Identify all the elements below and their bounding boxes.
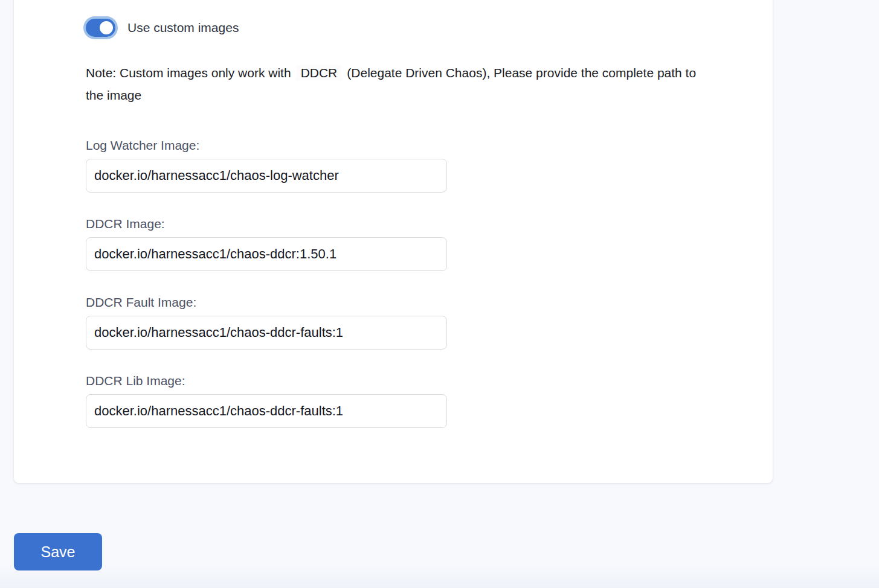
log-watcher-image-input[interactable] — [86, 159, 447, 193]
use-custom-images-label: Use custom images — [127, 21, 239, 35]
ddcr-fault-image-input[interactable] — [86, 316, 447, 350]
custom-images-note: Note: Custom images only work withDDCR(D… — [86, 62, 714, 106]
ddcr-lib-image-field: DDCR Lib Image: — [86, 373, 447, 428]
ddcr-lib-image-input[interactable] — [86, 394, 447, 428]
use-custom-images-row: Use custom images — [83, 16, 239, 39]
ddcr-lib-image-label: DDCR Lib Image: — [86, 373, 447, 389]
ddcr-image-field: DDCR Image: — [86, 216, 447, 271]
ddcr-fault-image-field: DDCR Fault Image: — [86, 295, 447, 350]
toggle-knob — [100, 21, 113, 34]
ddcr-image-input[interactable] — [86, 237, 447, 271]
page-background: { "colors": { "page_background": "#f7f9f… — [0, 0, 879, 588]
custom-images-settings-card: Use custom images Note: Custom images on… — [14, 0, 773, 483]
ddcr-code-chip: DDCR — [296, 65, 343, 81]
use-custom-images-toggle[interactable] — [83, 16, 118, 39]
ddcr-fault-image-label: DDCR Fault Image: — [86, 295, 447, 310]
save-button[interactable]: Save — [14, 533, 102, 570]
note-prefix: Note: Custom images only work with — [86, 66, 291, 80]
ddcr-image-label: DDCR Image: — [86, 216, 447, 232]
log-watcher-image-field: Log Watcher Image: — [86, 138, 447, 193]
log-watcher-image-label: Log Watcher Image: — [86, 138, 447, 153]
